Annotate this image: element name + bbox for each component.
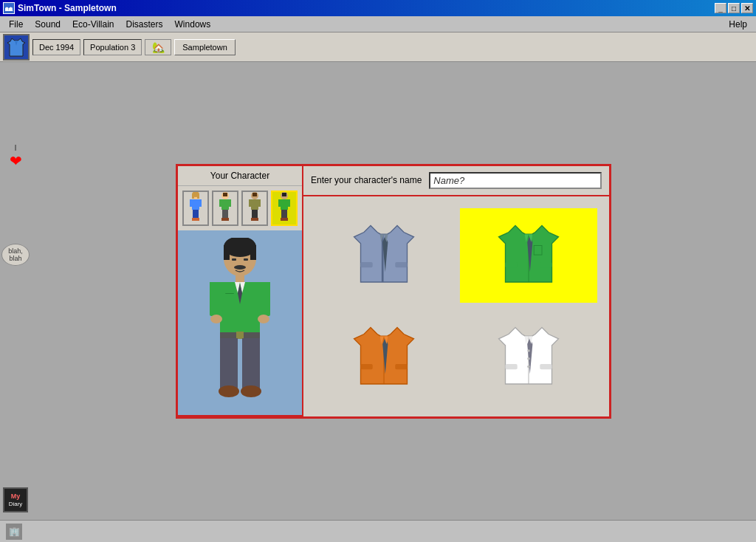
svg-point-94 — [527, 349, 530, 352]
heart-icon: ❤ — [10, 152, 22, 170]
svg-rect-24 — [249, 199, 252, 207]
title-buttons: _ □ ✕ — [715, 3, 753, 13]
char-option-4[interactable] — [271, 191, 298, 226]
close-button[interactable]: ✕ — [741, 3, 753, 13]
svg-rect-27 — [255, 210, 258, 219]
status-bar: 🏢 — [0, 520, 756, 542]
char-option-2[interactable] — [212, 191, 238, 226]
shirt-option-orange[interactable] — [315, 310, 453, 405]
shirts-grid — [303, 196, 609, 416]
menu-disasters[interactable]: Disasters — [120, 18, 169, 31]
svg-rect-8 — [192, 218, 196, 221]
diary-button[interactable]: My Diary — [3, 487, 28, 512]
svg-rect-38 — [284, 218, 288, 221]
shirt-option-white[interactable] — [460, 310, 597, 405]
app-icon: 🏘 — [3, 2, 15, 14]
svg-rect-36 — [284, 210, 287, 219]
shirt-icon-svg — [6, 37, 27, 58]
name-row: Enter your character's name — [303, 166, 609, 196]
svg-rect-47 — [236, 275, 244, 282]
svg-rect-37 — [281, 218, 284, 221]
char-figure-1 — [185, 192, 207, 224]
svg-rect-52 — [210, 282, 223, 312]
svg-rect-16 — [227, 199, 231, 207]
main-area: I ❤ blah,blah My Diary Your Character — [0, 62, 756, 520]
char-left-panel: Your Character — [178, 166, 303, 416]
svg-point-57 — [258, 315, 269, 323]
name-input[interactable] — [429, 172, 602, 189]
maximize-button[interactable]: □ — [728, 3, 740, 13]
title-bar: 🏘 SimTown - Sampletown _ □ ✕ — [0, 0, 756, 16]
svg-rect-33 — [278, 199, 282, 207]
char-figure-4 — [273, 192, 295, 224]
svg-rect-85 — [361, 364, 373, 369]
svg-rect-70 — [361, 262, 373, 267]
minimize-button[interactable]: _ — [715, 3, 726, 13]
svg-rect-6 — [193, 210, 196, 219]
svg-rect-64 — [225, 293, 234, 294]
svg-rect-9 — [196, 218, 199, 221]
help-button[interactable]: Help — [723, 18, 753, 31]
shirt-green-svg — [495, 222, 562, 289]
shirt-white-svg — [495, 324, 562, 391]
svg-point-62 — [219, 385, 239, 397]
char-figure-3 — [244, 192, 266, 224]
window-title: SimTown - Sampletown — [18, 3, 117, 13]
svg-rect-28 — [251, 218, 255, 221]
svg-rect-25 — [257, 199, 261, 207]
svg-point-96 — [527, 365, 530, 368]
char-right-panel: Enter your character's name — [303, 166, 609, 416]
svg-rect-29 — [255, 218, 258, 221]
svg-rect-11 — [192, 194, 194, 199]
svg-rect-59 — [236, 332, 244, 339]
city-icon: 🏡 — [145, 39, 171, 55]
svg-rect-18 — [225, 210, 228, 219]
shirt-orange-svg — [351, 324, 417, 391]
center-area: Your Character — [31, 62, 756, 520]
char-preview — [178, 230, 302, 415]
svg-rect-44 — [232, 258, 236, 261]
toolbar: Dec 1994 Population 3 🏡 Sampletown — [0, 32, 756, 62]
svg-rect-42 — [224, 245, 230, 260]
char-figure-2 — [214, 192, 236, 224]
svg-rect-26 — [252, 210, 255, 219]
svg-rect-77 — [506, 262, 518, 267]
city-name-button[interactable]: Sampletown — [174, 39, 236, 55]
svg-point-56 — [210, 315, 222, 323]
svg-rect-43 — [250, 245, 256, 260]
diary-label-my: My — [11, 493, 21, 501]
title-bar-left: 🏘 SimTown - Sampletown — [3, 2, 117, 14]
svg-rect-54 — [257, 282, 270, 312]
svg-point-63 — [241, 385, 261, 397]
svg-rect-7 — [196, 210, 199, 219]
svg-rect-93 — [540, 364, 551, 369]
menu-bar: File Sound Eco-Villain Disasters Windows… — [0, 16, 756, 32]
svg-rect-30 — [252, 193, 257, 196]
heart-area: I ❤ — [10, 143, 22, 170]
shirt-blue-svg — [351, 222, 417, 289]
diary-label-diary: Diary — [9, 501, 23, 508]
menu-ecovillain[interactable]: Eco-Villain — [66, 18, 120, 31]
char-option-1[interactable] — [182, 191, 209, 226]
svg-rect-15 — [219, 199, 223, 207]
toolbar-population: Population 3 — [83, 39, 142, 55]
status-building-icon: 🏢 — [6, 524, 22, 540]
svg-rect-92 — [506, 364, 518, 369]
menu-items: File Sound Eco-Villain Disasters Windows — [3, 18, 216, 31]
svg-rect-60 — [220, 338, 238, 390]
menu-file[interactable]: File — [3, 18, 29, 31]
svg-rect-39 — [282, 193, 286, 196]
menu-windows[interactable]: Windows — [169, 18, 217, 31]
i-label: I — [14, 143, 16, 152]
character-dialog: Your Character — [176, 164, 611, 419]
char-options — [178, 186, 302, 230]
svg-rect-86 — [395, 364, 407, 369]
svg-rect-78 — [540, 262, 551, 267]
svg-point-95 — [527, 357, 530, 360]
char-option-3[interactable] — [241, 191, 268, 226]
menu-sound[interactable]: Sound — [29, 18, 66, 31]
shirt-option-blue[interactable] — [315, 208, 453, 303]
svg-rect-5 — [198, 199, 202, 207]
shirt-option-green[interactable] — [460, 208, 597, 303]
char-top: Your Character — [178, 166, 609, 416]
